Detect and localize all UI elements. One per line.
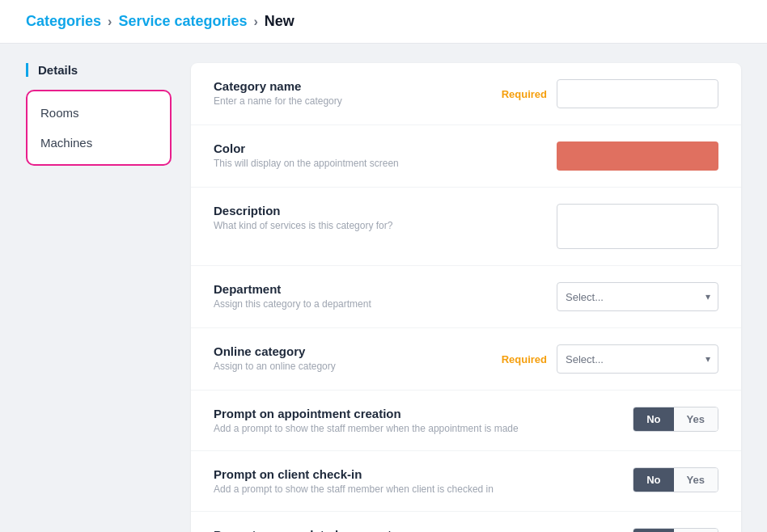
field-color-control <box>557 141 718 171</box>
field-prompt-appointment-subtitle: Add a prompt to show the staff member wh… <box>214 423 633 434</box>
field-prompt-appointment-title: Prompt on appointment creation <box>214 407 633 420</box>
field-color: Color This will display on the appointme… <box>191 125 741 188</box>
field-prompt-payment: Prompt on completed payment Add a prompt… <box>191 512 741 532</box>
field-online-category-title: Online category <box>214 344 502 358</box>
sidebar-item-machines[interactable]: Machines <box>28 128 170 158</box>
sidebar-highlighted-group: Rooms Machines <box>26 90 172 166</box>
field-online-category: Online category Assign to an online cate… <box>191 328 741 391</box>
breadcrumb-sep-1: › <box>108 15 112 29</box>
online-category-select-wrapper: Select... ▾ <box>557 344 718 374</box>
toggle-payment-no[interactable]: No <box>634 529 673 532</box>
toggle-payment: No Yes <box>633 528 718 532</box>
breadcrumb: Categories › Service categories › New <box>26 13 741 30</box>
field-online-category-control: Required Select... ▾ <box>502 344 718 374</box>
color-swatch[interactable] <box>557 141 718 171</box>
breadcrumb-service-categories[interactable]: Service categories <box>118 13 247 30</box>
toggle-appointment-yes[interactable]: Yes <box>674 407 718 431</box>
field-color-subtitle: This will display on the appointment scr… <box>214 158 557 169</box>
toggle-checkin: No Yes <box>633 467 718 492</box>
required-badge-online: Required <box>502 353 547 365</box>
field-color-title: Color <box>214 141 557 155</box>
field-department-control: Select... ▾ <box>557 282 718 311</box>
field-prompt-checkin: Prompt on client check-in Add a prompt t… <box>191 451 741 512</box>
form-card: Category name Enter a name for the categ… <box>191 63 741 532</box>
toggle-appointment: No Yes <box>633 407 718 432</box>
field-prompt-payment-control: No Yes <box>633 528 718 532</box>
department-select[interactable]: Select... <box>557 282 718 311</box>
online-category-select[interactable]: Select... <box>557 344 718 374</box>
field-prompt-payment-label: Prompt on completed payment Add a prompt… <box>214 528 633 532</box>
breadcrumb-sep-2: › <box>253 15 257 29</box>
field-category-name-title: Category name <box>214 79 502 93</box>
field-prompt-checkin-label: Prompt on client check-in Add a prompt t… <box>214 467 633 495</box>
field-department: Department Assign this category to a dep… <box>191 266 741 328</box>
field-department-label: Department Assign this category to a dep… <box>214 282 557 310</box>
field-category-name-label: Category name Enter a name for the categ… <box>214 79 502 107</box>
field-category-name: Category name Enter a name for the categ… <box>191 63 741 125</box>
field-description: Description What kind of services is thi… <box>191 188 741 266</box>
field-category-name-control: Required <box>502 79 718 108</box>
breadcrumb-current: New <box>265 13 295 30</box>
field-description-label: Description What kind of services is thi… <box>214 204 557 231</box>
field-department-title: Department <box>214 282 557 296</box>
category-name-input[interactable] <box>557 79 718 108</box>
field-color-label: Color This will display on the appointme… <box>214 141 557 169</box>
toggle-payment-yes[interactable]: Yes <box>674 529 718 532</box>
field-prompt-appointment-control: No Yes <box>633 407 718 432</box>
sidebar: Details Rooms Machines <box>26 63 172 532</box>
breadcrumb-categories[interactable]: Categories <box>26 13 101 30</box>
field-prompt-appointment-label: Prompt on appointment creation Add a pro… <box>214 407 633 434</box>
toggle-checkin-yes[interactable]: Yes <box>674 468 718 492</box>
field-description-control <box>557 204 718 249</box>
main-layout: Details Rooms Machines Category name Ent… <box>0 44 767 532</box>
field-category-name-subtitle: Enter a name for the category <box>214 95 502 107</box>
field-description-subtitle: What kind of services is this category f… <box>214 220 557 231</box>
field-prompt-checkin-title: Prompt on client check-in <box>214 467 633 481</box>
field-prompt-appointment: Prompt on appointment creation Add a pro… <box>191 391 741 451</box>
field-department-subtitle: Assign this category to a department <box>214 298 557 310</box>
top-bar: Categories › Service categories › New <box>0 0 767 44</box>
field-online-category-subtitle: Assign to an online category <box>214 361 502 372</box>
required-badge-name: Required <box>502 88 547 100</box>
description-input[interactable] <box>557 204 718 249</box>
toggle-appointment-no[interactable]: No <box>634 407 673 431</box>
field-description-title: Description <box>214 204 557 217</box>
field-online-category-label: Online category Assign to an online cate… <box>214 344 502 372</box>
department-select-wrapper: Select... ▾ <box>557 282 718 311</box>
field-prompt-payment-title: Prompt on completed payment <box>214 528 633 532</box>
toggle-checkin-no[interactable]: No <box>634 468 673 492</box>
sidebar-item-rooms[interactable]: Rooms <box>28 98 170 128</box>
field-prompt-checkin-subtitle: Add a prompt to show the staff member wh… <box>214 483 633 495</box>
field-prompt-checkin-control: No Yes <box>633 467 718 492</box>
sidebar-section-title: Details <box>26 63 172 77</box>
